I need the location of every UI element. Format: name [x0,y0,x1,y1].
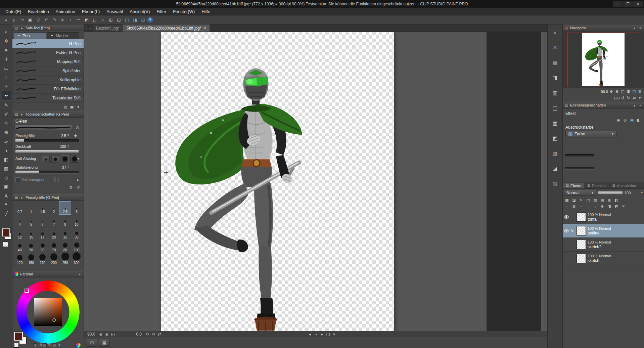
brush-size-cell[interactable]: 120 [14,253,26,265]
brush-size-cell[interactable]: 10 [71,214,82,227]
brush-size-stepper[interactable]: ▲▼ [67,133,70,137]
save-icon[interactable]: ▣ [27,16,34,24]
brush-size-slider[interactable] [15,139,79,142]
layer-thumbnail[interactable] [577,240,586,249]
brush-size-cell[interactable]: 170 [37,253,48,265]
panel-menu-icon[interactable]: ▸ [20,26,24,30]
panel-collapse-icon[interactable]: ▾ [78,272,82,276]
vector-magnet-option-icon[interactable] [54,177,55,182]
layer-row[interactable]: ✎ 100 % Normal outline [563,224,644,238]
subtool-brush-item[interactable]: Echter G-Pen [12,48,84,57]
brush-size-cell[interactable]: 3 [71,202,82,214]
eraser-tool-icon[interactable]: ▱ [2,137,11,146]
minimize-button[interactable]: ― [613,1,623,7]
layer-properties-panel-header[interactable]: ▤ Ebeneneigenschaften ▴ ▾ [563,102,644,108]
canvas-viewport[interactable] [84,32,541,331]
grid-icon[interactable]: ⊞ [107,16,114,24]
navigator-zoom-value[interactable]: 90.0 [601,90,608,94]
status-fit-icon[interactable]: ◱ [110,332,116,337]
snap-ruler-icon[interactable]: ◫ [123,16,131,24]
blend-mode-dropdown[interactable]: Normal ▼ [564,190,596,196]
text-tool-icon[interactable]: A [2,191,11,200]
nav-rotate-left-icon[interactable]: ↺ [620,95,626,101]
subtool-panel-header[interactable]: ▤ ▸ Sub-Tool [Pen] [12,25,84,31]
move-layer-down-icon[interactable]: ↓ [592,204,598,209]
nav-flip-horizontal-icon[interactable]: ◫ [631,89,637,94]
status-marker-icon[interactable]: ▪ [313,332,319,337]
crop-icon[interactable]: ⊟ [115,16,123,24]
layer-mask-icon[interactable]: ◧ [613,198,619,203]
layer-thumbnail[interactable] [577,226,586,235]
brush-size-cell[interactable]: 150 [26,253,37,265]
color-wheel-panel-header[interactable]: Farbrad ▾ [12,271,84,277]
status-rotate-right-icon[interactable]: ↻ [150,332,156,337]
brush-size-cell[interactable]: 15 [26,227,37,240]
nav-flip-vertical-icon[interactable]: ⊟ [637,89,643,94]
panel-menu-icon[interactable]: ▸ [20,196,24,200]
figure-tool-icon[interactable]: ◇ [2,173,11,182]
move-layer-up-icon[interactable]: ↑ [585,204,591,209]
new-folder-icon[interactable]: ▫ [578,204,584,209]
history-panel-icon[interactable]: ▥ [550,88,560,98]
pencil-tool-icon[interactable]: ✎ [2,100,11,110]
brush-size-cell[interactable]: 40 [14,240,26,253]
frame-tool-icon[interactable]: ▣ [2,182,11,191]
undo-icon[interactable]: ↶ [43,16,50,24]
operation-tool-icon[interactable]: ➤ [2,45,11,54]
status-next-icon[interactable]: ▸ [319,332,325,337]
tool-settings-icon[interactable]: ⚙ [68,185,74,190]
opacity-slider[interactable] [15,150,79,153]
chevron-down-icon[interactable]: ▾ [641,191,643,194]
information-panel-icon[interactable]: ◫ [550,103,560,113]
tab-scroll-right-icon[interactable]: ‹ [89,26,93,30]
stabilization-slider[interactable] [15,171,79,173]
status-flip-view-icon[interactable]: ◫ [325,332,331,337]
layer-thumbnail[interactable] [577,254,586,263]
layer-opacity-value[interactable]: 100 [625,191,631,195]
brush-size-cell[interactable]: 12 [14,227,26,240]
border-effect-icon[interactable]: ◉ [616,117,621,123]
new-vector-layer-icon[interactable]: ⊞ [571,204,577,209]
sub-view-panel-icon[interactable]: ◩ [550,134,560,143]
delete-icon[interactable]: ✕ [59,16,66,24]
menu-item[interactable]: Datei(F) [2,9,25,14]
vector-magnet-option-icon[interactable] [57,177,57,182]
stabilization-value[interactable]: 37 [62,165,66,169]
brush-size-cell[interactable]: 6 [37,214,48,227]
duplicate-subtool-icon[interactable]: ▤ [63,104,68,110]
brush-size-cell[interactable]: 20 [48,227,59,240]
maximize-button[interactable]: ❐ [623,1,633,7]
brush-size-cell[interactable]: 100 [71,240,82,253]
close-button[interactable]: ✕ [633,1,643,7]
brush-size-cell[interactable]: 25 [59,227,71,240]
create-mask-icon[interactable]: ◨ [606,204,612,209]
airbrush-tool-icon[interactable]: ░ [2,119,11,128]
menu-item[interactable]: Filter [153,9,170,14]
menu-item[interactable]: Auswahl [103,9,126,14]
color-set-icon[interactable] [76,343,81,348]
edit-pixels-icon[interactable]: ✎ [578,198,584,203]
export-icon[interactable]: ▽ [35,16,42,24]
layer-row[interactable]: 100 % Normal sketch2 [563,238,644,252]
saturation-value-square[interactable] [34,298,62,326]
opacity-stepper[interactable]: ▲▼ [67,144,70,147]
brush-size-cell[interactable]: 2 [48,202,59,214]
tool-property-picker-icon[interactable]: ◎ [75,125,80,130]
transparent-color-swatch[interactable] [3,242,8,247]
status-zoom-value[interactable]: 90.0 [87,332,95,337]
nav-menu-icon[interactable]: ▾ [637,95,643,101]
navigator-view-frame[interactable] [567,33,639,87]
status-zoom-in-icon[interactable]: ⊕ [104,332,110,337]
brush-size-cell[interactable]: 200 [48,253,59,265]
line-correct-tool-icon[interactable]: ╱ [2,209,11,218]
move-canvas-tool-icon[interactable]: ✥ [2,36,11,45]
foreground-color-swatch[interactable] [2,228,10,236]
brush-size-cell[interactable]: 300 [71,253,82,265]
layer-panel-tab[interactable]: ▤ Protokoll [584,183,609,188]
selection-tool-icon[interactable]: ▭ [2,63,11,73]
brush-tool-icon[interactable]: ✐ [2,110,11,119]
status-options-icon[interactable]: ▾ [331,332,337,337]
status-rotate-left-icon[interactable]: ↺ [144,332,150,337]
nav-zoom-out-icon[interactable]: ⊖ [608,89,614,94]
navigator-zoom-slider[interactable] [565,154,594,157]
